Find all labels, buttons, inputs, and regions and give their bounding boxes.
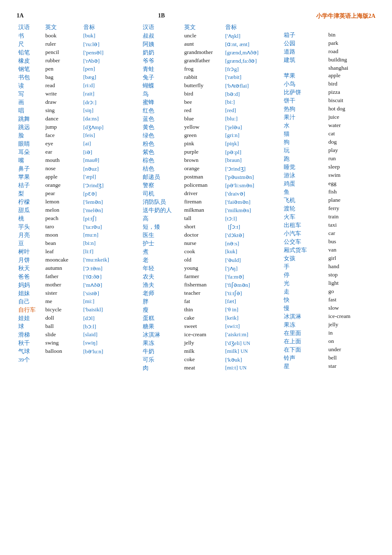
- table-row: 兔子rabbit['ræbit]: [141, 73, 282, 82]
- table-row: 农夫farmer['fa:mə]: [141, 273, 282, 281]
- table-row: 医生doctor['dɔktə]: [141, 231, 282, 240]
- table-row: 游泳swim: [282, 171, 375, 180]
- section-1b: 汉语 英文 音标 叔叔uncle['ʌŋkl] 阿姨aunt[ɑ:nt, ænt…: [141, 23, 282, 372]
- table-row: 梨pear[pɛə]: [17, 190, 141, 198]
- table-row: 高tall[tɔ:l]: [141, 215, 282, 223]
- table-row: 饼干biscuit: [282, 97, 375, 105]
- col-header-zh-1b: 汉语: [141, 23, 183, 32]
- table-row: 眼睛eye[ai]: [17, 140, 141, 148]
- table-row: 叔叔uncle['ʌŋkl]: [141, 32, 282, 40]
- table-row: 热狗hot dog: [282, 105, 375, 113]
- col-header-en-1a: 英文: [44, 23, 81, 32]
- 1b-headers: 汉语 英文 音标: [141, 23, 282, 32]
- table-row: 爸爸father['fɑ:ðə]: [17, 273, 141, 281]
- col-header-ph-1a: 音标: [82, 23, 141, 32]
- table-row: 女孩girl: [282, 254, 375, 263]
- table-row: 球ball[bɔ:l]: [17, 323, 141, 331]
- col-header-en-1b: 英文: [183, 23, 224, 32]
- table-row: 书包bag[bæg]: [17, 73, 141, 82]
- table-row: 出租车taxi: [282, 221, 375, 230]
- table-row: 邮递员postman['pəustmən]: [141, 173, 282, 181]
- table-row: 小汽车car: [282, 230, 375, 238]
- table-row: 气球balloon[bə'lu:n]: [17, 347, 141, 356]
- table-row: 公交车bus: [282, 238, 375, 246]
- table-row: 飞机plane: [282, 196, 375, 205]
- table-row: 奶奶grandmother[grænd,mʌðə]: [141, 49, 282, 57]
- table-row: 玩play: [282, 147, 375, 155]
- table-row: 跑run: [282, 155, 375, 163]
- table-row: 蝴蝶butterfly['bʌtəflai]: [141, 82, 282, 90]
- table-row: 蜜蜂bee[bi:]: [141, 98, 282, 107]
- table-row: 果冻jelly: [282, 321, 375, 329]
- section-1b-title: 1B: [158, 12, 299, 20]
- section-1b-table: 汉语 英文 音标 叔叔uncle['ʌŋkl] 阿姨aunt[ɑ:nt, ænt…: [141, 23, 282, 372]
- table-row: 秋千swing[swiŋ]: [17, 339, 141, 347]
- table-row: 豆bean[bi:n]: [17, 240, 141, 248]
- table-row: shanghai: [282, 64, 375, 72]
- table-row: 秋天autumn['ɔ:təm]: [17, 264, 141, 273]
- table-row: 厢式货车van: [282, 246, 375, 254]
- table-row: 星star: [282, 362, 375, 371]
- table-row: 渔夫fisherman['fiʃəmən]: [141, 281, 282, 289]
- section-right: 箱子bin 公园park 道路road 建筑building shanghai …: [282, 23, 375, 372]
- table-row: 护士nurse[nə:s]: [141, 240, 282, 248]
- table-row: 牛奶milk[milk] UN: [141, 347, 282, 356]
- table-row: 水water: [282, 122, 375, 130]
- table-row: 娃娃doll[dɔl]: [17, 314, 141, 323]
- content-area: 汉语 英文 音标 书book[buk] 尺ruler['ru:lə] 铅笔pen…: [17, 23, 375, 372]
- table-row: 爷爷grandfather[grænd,fa:ðə]: [141, 57, 282, 65]
- table-row: 光light: [282, 279, 375, 288]
- table-row: 年轻young['jʌŋ]: [141, 264, 282, 273]
- table-row: 自己me[mi:]: [17, 298, 141, 306]
- table-row: 在上面on: [282, 337, 375, 346]
- section-1a: 汉语 英文 音标 书book[buk] 尺ruler['ru:lə] 铅笔pen…: [17, 23, 141, 372]
- table-row: 警察policeman[pə'li:smən]: [141, 181, 282, 190]
- table-row: 跳舞dance[da:ns]: [17, 115, 141, 123]
- table-row: 苹果apple: [282, 72, 375, 80]
- table-row: 果汁juice: [282, 113, 375, 122]
- table-row: 在下面under: [282, 346, 375, 354]
- table-row: 走go: [282, 288, 375, 296]
- table-row: 公园park: [282, 39, 375, 48]
- table-row: 司机driver['draivə]: [141, 190, 282, 198]
- table-row: 阿姨aunt[ɑ:nt, ænt]: [141, 40, 282, 49]
- table-row: 唱sing[siŋ]: [17, 107, 141, 115]
- table-row: 画draw[drɔ:]: [17, 98, 141, 107]
- table-row: 小鸟bird: [282, 80, 375, 88]
- table-row: 瘦thin['θ in]: [141, 306, 282, 314]
- table-row: 睡觉sleep: [282, 163, 375, 171]
- section-right-table: 箱子bin 公园park 道路road 建筑building shanghai …: [282, 23, 375, 371]
- table-row: 胖fat[fæt]: [141, 298, 282, 306]
- table-row: 火车train: [282, 213, 375, 221]
- table-row: 老old['əuld]: [141, 256, 282, 264]
- table-row: 紫色purple[pə:pl]: [141, 148, 282, 156]
- table-row: 绿色green[gri:n]: [141, 132, 282, 140]
- table-row: 慢slow: [282, 304, 375, 313]
- table-row: 尺ruler['ru:lə]: [17, 40, 141, 49]
- table-row: 桃peach[pi:tʃ]: [17, 215, 141, 223]
- table-row: 可乐coke['kəuk]: [141, 356, 282, 364]
- section-1a-table: 汉语 英文 音标 书book[buk] 尺ruler['ru:lə] 铅笔pen…: [17, 23, 141, 364]
- section-1a-title: 1A: [17, 12, 141, 20]
- table-row: 蛋糕cake[keik]: [141, 314, 282, 323]
- table-row: 树叶leaf[li:f]: [17, 248, 141, 256]
- table-row: 狗dog: [282, 138, 375, 147]
- table-row: 鼻子nose[nəuz]: [17, 165, 141, 173]
- table-row: 耳朵ear[iə]: [17, 148, 141, 156]
- table-row: 冰淇淋ice-cream: [282, 313, 375, 321]
- table-row: 渡轮ferry: [282, 205, 375, 213]
- table-row: 冰淇淋ice-cream['aiskri:m]: [141, 331, 282, 339]
- table-row: 消防队员fireman['faiəmən]: [141, 198, 282, 206]
- table-row: 鱼fish: [282, 188, 375, 196]
- table-row: 箱子bin: [282, 31, 375, 39]
- page-container: 1A 1B 小学牛津英语上海版2A 汉语 英文 音标 书book[buk] 尺r…: [17, 12, 375, 372]
- table-row: 读read[ri:d]: [17, 82, 141, 90]
- page-title: 小学牛津英语上海版2A: [316, 12, 375, 20]
- col-header-zh-1a: 汉语: [17, 23, 44, 32]
- right-headers-spacer: [282, 23, 375, 31]
- table-row: 嘴mouth[mauθ]: [17, 156, 141, 165]
- col-header-ph-1b: 音标: [224, 23, 282, 32]
- table-row: 鸟bird[bə:d]: [141, 90, 282, 98]
- table-row: 建筑building: [282, 56, 375, 64]
- table-row: 桔色orange['ɔrindʒ]: [141, 165, 282, 173]
